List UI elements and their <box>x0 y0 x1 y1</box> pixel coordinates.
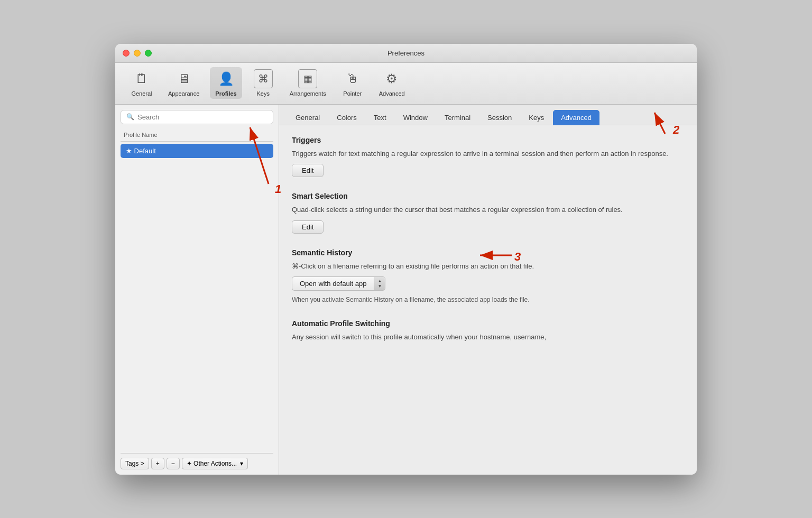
profile-list: ★ Default <box>121 144 273 449</box>
panel-content: Triggers Triggers watch for text matchin… <box>279 125 697 475</box>
close-button[interactable] <box>123 50 130 57</box>
semantic-history-sub-desc: When you activate Semantic History on a … <box>292 295 684 304</box>
semantic-history-description: ⌘-Click on a filename referring to an ex… <box>292 261 684 272</box>
search-icon: 🔍 <box>126 113 134 121</box>
dropdown-value: Open with default app <box>292 277 374 290</box>
profile-list-header: Profile Name <box>121 130 273 142</box>
toolbar-item-pointer[interactable]: 🖱 Pointer <box>337 67 368 99</box>
toolbar-label-keys: Keys <box>256 90 269 97</box>
other-actions-arrow: ▾ <box>240 460 243 467</box>
toolbar: 🗒 General 🖥 Appearance 👤 Profiles ⌘ Keys… <box>115 63 697 105</box>
sidebar: 🔍 Profile Name ★ Default Tags > + − ✦ Ot… <box>115 105 279 475</box>
appearance-icon: 🖥 <box>174 69 193 88</box>
triggers-section: Triggers Triggers watch for text matchin… <box>292 136 684 178</box>
search-input[interactable] <box>137 113 267 121</box>
pointer-icon: 🖱 <box>343 69 362 88</box>
tab-terminal[interactable]: Terminal <box>437 110 478 125</box>
tab-keys[interactable]: Keys <box>521 110 552 125</box>
toolbar-item-arrangements[interactable]: ▦ Arrangements <box>284 67 331 99</box>
profile-item-default[interactable]: ★ Default <box>121 144 273 158</box>
toolbar-label-advanced: Advanced <box>379 90 405 97</box>
toolbar-item-general[interactable]: 🗒 General <box>126 67 158 99</box>
profiles-icon: 👤 <box>217 69 236 88</box>
semantic-history-section: Semantic History ⌘-Click on a filename r… <box>292 248 684 305</box>
preferences-window: Preferences 🗒 General 🖥 Appearance 👤 Pro… <box>115 44 697 475</box>
other-actions-button[interactable]: ✦ Other Actions... ▾ <box>182 458 248 469</box>
tab-text[interactable]: Text <box>366 110 394 125</box>
main-panel: General Colors Text Window Terminal <box>279 105 697 475</box>
traffic-lights <box>123 50 152 57</box>
title-bar: Preferences <box>115 44 697 63</box>
remove-profile-button[interactable]: − <box>167 458 180 469</box>
dropdown-arrows-icon: ▲ ▼ <box>374 277 385 290</box>
toolbar-item-appearance[interactable]: 🖥 Appearance <box>163 67 205 99</box>
auto-profile-title: Automatic Profile Switching <box>292 319 684 328</box>
maximize-button[interactable] <box>145 50 152 57</box>
minimize-button[interactable] <box>134 50 141 57</box>
arrangements-icon: ▦ <box>298 69 317 88</box>
semantic-history-title: Semantic History <box>292 248 684 257</box>
advanced-icon: ⚙ <box>382 69 401 88</box>
triggers-description: Triggers watch for text matching a regul… <box>292 149 684 159</box>
tab-advanced[interactable]: Advanced <box>553 110 599 125</box>
content-area: 🔍 Profile Name ★ Default Tags > + − ✦ Ot… <box>115 105 697 475</box>
tab-window[interactable]: Window <box>395 110 436 125</box>
toolbar-label-pointer: Pointer <box>343 90 362 97</box>
tab-bar: General Colors Text Window Terminal <box>279 105 697 125</box>
general-icon: 🗒 <box>132 69 151 88</box>
toolbar-label-profiles: Profiles <box>215 90 236 97</box>
search-box[interactable]: 🔍 <box>121 110 273 124</box>
toolbar-item-advanced[interactable]: ⚙ Advanced <box>374 67 410 99</box>
smart-selection-description: Quad-click selects a string under the cu… <box>292 205 684 215</box>
tab-colors[interactable]: Colors <box>329 110 365 125</box>
toolbar-label-general: General <box>131 90 152 97</box>
sidebar-footer: Tags > + − ✦ Other Actions... ▾ <box>121 453 273 469</box>
window-title: Preferences <box>387 49 425 57</box>
toolbar-label-appearance: Appearance <box>168 90 199 97</box>
semantic-history-dropdown[interactable]: Open with default app ▲ ▼ <box>292 276 385 291</box>
tab-general[interactable]: General <box>288 110 328 125</box>
smart-selection-edit-button[interactable]: Edit <box>292 220 324 234</box>
automatic-profile-switching-section: Automatic Profile Switching Any session … <box>292 319 684 343</box>
toolbar-label-arrangements: Arrangements <box>290 90 326 97</box>
triggers-edit-button[interactable]: Edit <box>292 164 324 177</box>
add-profile-button[interactable]: + <box>151 458 164 469</box>
keys-icon: ⌘ <box>254 69 273 88</box>
tags-button[interactable]: Tags > <box>121 458 149 469</box>
toolbar-item-profiles[interactable]: 👤 Profiles <box>210 67 242 99</box>
smart-selection-title: Smart Selection <box>292 192 684 200</box>
auto-profile-description: Any session will switch to this profile … <box>292 332 684 343</box>
triggers-title: Triggers <box>292 136 684 144</box>
other-actions-label: ✦ Other Actions... <box>187 460 237 467</box>
tab-session[interactable]: Session <box>479 110 520 125</box>
smart-selection-section: Smart Selection Quad-click selects a str… <box>292 192 684 234</box>
toolbar-item-keys[interactable]: ⌘ Keys <box>247 67 279 99</box>
